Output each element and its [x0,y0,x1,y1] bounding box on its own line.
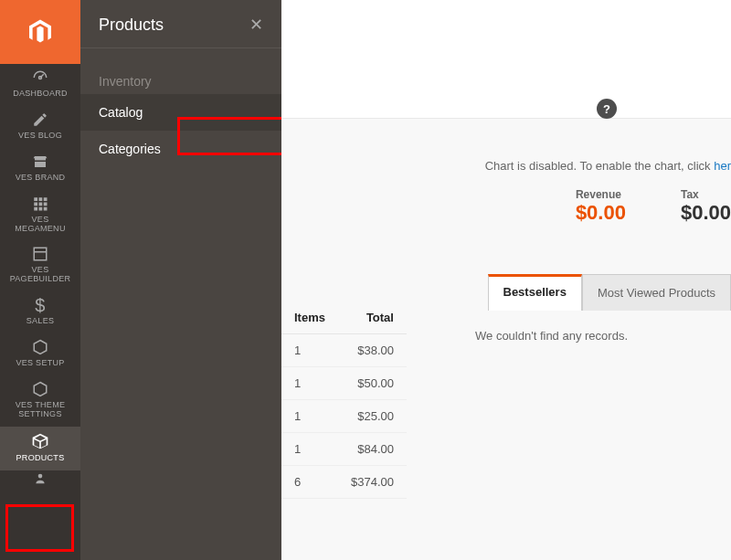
box-icon [31,432,49,450]
submenu-link-catalog[interactable]: Catalog [80,94,281,131]
hexagon-icon [32,381,48,397]
svg-rect-2 [34,197,37,201]
col-items: Items [281,301,338,334]
divider [80,48,281,48]
svg-marker-14 [34,383,47,396]
layout-icon [32,246,48,262]
chart-enable-link[interactable]: her [714,159,731,173]
svg-rect-7 [44,202,48,206]
svg-marker-1 [37,26,43,42]
nav-label: VES MEGAMENU [15,216,65,234]
page-header: ? [281,0,731,119]
dollar-icon: $ [35,297,45,313]
products-submenu: Products ✕ Inventory Catalog Categories [80,0,281,560]
nav-sales[interactable]: $ SALES [0,291,80,333]
table-row[interactable]: 6$374.00 [281,466,407,499]
svg-rect-6 [39,202,43,206]
storefront-icon [32,153,48,170]
col-total: Total [338,301,407,334]
nav-label: VES BRAND [16,174,66,183]
svg-marker-13 [34,341,47,354]
nav-label: DASHBOARD [13,90,68,99]
stat-tax: Tax $0.00 [681,188,731,225]
stat-revenue: Revenue $0.00 [576,188,626,225]
nav-customers-partial[interactable] [0,470,80,492]
table-row[interactable]: 1$84.00 [281,433,407,466]
nav-label: VES SETUP [16,359,64,368]
submenu-title: Products [99,16,164,35]
hexagon-icon [32,339,48,355]
table-row[interactable]: 1$50.00 [281,367,407,400]
no-records-message: We couldn't find any records. [475,329,731,343]
stat-value: $0.00 [576,201,626,225]
nav-dashboard[interactable]: DASHBOARD [0,64,80,106]
help-icon[interactable]: ? [597,99,617,119]
tab-bestsellers[interactable]: Bestsellers [488,274,582,311]
nav-ves-brand[interactable]: VES BRAND [0,148,80,190]
admin-nav-rail: DASHBOARD VES BLOG VES BRAND VES MEGAMEN… [0,0,80,560]
grid-icon [32,195,48,212]
nav-ves-megamenu[interactable]: VES MEGAMENU [0,190,80,241]
nav-label: SALES [26,317,55,326]
svg-rect-4 [44,197,48,201]
nav-ves-theme-settings[interactable]: VES THEME SETTINGS [0,375,80,427]
nav-label: VES THEME SETTINGS [16,401,66,419]
table-row[interactable]: 1$25.00 [281,400,407,433]
main-content: ? Chart is disabled. To enable the chart… [281,0,731,560]
dashboard-tabs: Bestsellers Most Viewed Products [488,274,732,311]
person-icon [34,472,47,485]
gauge-icon [32,69,48,86]
table-header-row: Items Total [281,301,407,334]
nav-ves-blog[interactable]: VES BLOG [0,106,80,148]
stat-value: $0.00 [681,201,731,225]
chart-msg-text: Chart is disabled. To enable the chart, … [485,159,715,173]
stat-label: Tax [681,188,731,201]
tab-most-viewed[interactable]: Most Viewed Products [582,274,731,311]
svg-rect-9 [39,206,43,210]
nav-label: VES PAGEBUILDER [10,266,71,284]
highlight-box-products [5,504,74,552]
submenu-link-categories[interactable]: Categories [80,131,281,167]
svg-rect-11 [34,248,47,261]
stat-label: Revenue [576,188,626,201]
svg-rect-10 [44,206,48,210]
nav-label: PRODUCTS [16,454,65,463]
svg-rect-8 [34,206,37,210]
chart-disabled-message: Chart is disabled. To enable the chart, … [485,159,731,173]
nav-ves-setup[interactable]: VES SETUP [0,333,80,375]
svg-point-15 [38,473,43,478]
magento-logo[interactable] [0,0,80,64]
nav-ves-pagebuilder[interactable]: VES PAGEBUILDER [0,240,80,291]
nav-label: VES BLOG [18,132,62,141]
svg-rect-5 [34,202,37,206]
submenu-group-inventory: Inventory [80,58,281,94]
close-icon[interactable]: ✕ [249,15,263,35]
nav-products[interactable]: PRODUCTS [0,427,80,470]
table-row[interactable]: 1$38.00 [281,334,407,367]
last-orders-table: Items Total 1$38.00 1$50.00 1$25.00 1$84… [281,301,407,499]
svg-rect-3 [39,197,43,201]
pencil-icon [32,111,48,128]
